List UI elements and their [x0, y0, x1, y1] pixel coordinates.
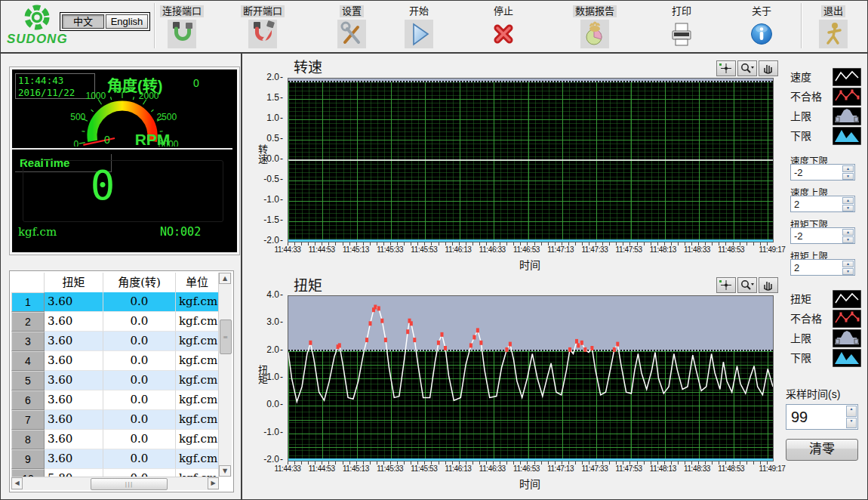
disconnect-port-button[interactable]: 断开端口 [236, 4, 289, 48]
table-row[interactable]: 105.800.0kgf.cm [11, 469, 219, 477]
unit-cell[interactable]: kgf.cm [176, 292, 219, 312]
unit-cell[interactable]: kgf.cm [176, 351, 219, 371]
exit-button[interactable]: 退出 [807, 4, 860, 48]
zoom-tool-button[interactable] [737, 277, 757, 293]
spin-down-icon[interactable]: ▼ [846, 418, 857, 429]
zoom-tool-button[interactable] [737, 60, 757, 76]
row-number-cell[interactable]: 10 [11, 469, 45, 477]
torque-upper-limit-spinner[interactable]: 2 ▲▼ [790, 259, 855, 276]
lower-limit-icon[interactable] [833, 349, 861, 367]
row-number-cell[interactable]: 4 [11, 351, 45, 371]
settings-button[interactable]: 设置 [325, 4, 378, 48]
row-number-cell[interactable]: 8 [11, 430, 45, 449]
spin-up-icon[interactable]: ▲ [842, 229, 854, 236]
spin-down-icon[interactable]: ▼ [842, 205, 854, 211]
spin-down-icon[interactable]: ▼ [842, 173, 854, 180]
scroll-right-button[interactable]: ▶ [208, 477, 219, 489]
spin-up-icon[interactable]: ▲ [842, 261, 854, 267]
angle-cell[interactable]: 0.0 [103, 469, 176, 477]
unit-cell[interactable]: kgf.cm [176, 371, 219, 390]
speed-upper-limit-spinner[interactable]: 2 ▲▼ [790, 196, 855, 212]
cursor-tool-button[interactable] [716, 277, 736, 293]
table-row[interactable]: 13.600.0kgf.cm [11, 292, 219, 312]
table-row[interactable]: 63.600.0kgf.cm [11, 390, 219, 410]
torque-cell[interactable]: 3.60 [45, 449, 103, 469]
unit-cell[interactable]: kgf.cm [176, 410, 219, 430]
angle-cell[interactable]: 0.0 [103, 312, 176, 332]
clear-button[interactable]: 清零 [786, 439, 858, 461]
start-button[interactable]: 开始 [392, 4, 445, 48]
lower-limit-icon[interactable] [833, 127, 861, 145]
horizontal-scrollbar[interactable]: ◀ ||| ▶ [11, 477, 219, 490]
angle-cell[interactable]: 0.0 [103, 292, 176, 312]
table-row[interactable]: 33.600.0kgf.cm [11, 332, 219, 351]
line-fail-icon[interactable] [833, 88, 861, 106]
angle-cell[interactable]: 0.0 [103, 332, 176, 351]
torque-cell[interactable]: 3.60 [45, 312, 103, 332]
english-language-button[interactable]: English [106, 14, 148, 29]
unit-cell[interactable]: kgf.cm [176, 390, 219, 410]
spin-down-icon[interactable]: ▼ [842, 268, 854, 275]
pan-tool-button[interactable] [759, 277, 778, 293]
row-number-cell[interactable]: 7 [11, 410, 45, 430]
table-row[interactable]: 93.600.0kgf.cm [11, 449, 219, 469]
sample-time-input[interactable]: 99 ▲▼ [786, 404, 858, 430]
table-row[interactable]: 43.600.0kgf.cm [11, 351, 219, 371]
spin-up-icon[interactable]: ▲ [842, 197, 854, 204]
row-number-cell[interactable]: 3 [11, 332, 45, 351]
spin-down-icon[interactable]: ▼ [842, 236, 854, 243]
angle-cell[interactable]: 0.0 [103, 410, 176, 430]
unit-cell[interactable]: kgf.cm [176, 332, 219, 351]
torque-cell[interactable]: 3.60 [45, 351, 103, 371]
angle-cell[interactable]: 0.0 [103, 390, 176, 410]
horizontal-scroll-thumb[interactable]: ||| [91, 478, 168, 490]
print-button[interactable]: 打印 [655, 4, 708, 48]
torque-cell[interactable]: 5.80 [45, 469, 103, 477]
angle-cell[interactable]: 0.0 [103, 449, 176, 469]
row-number-cell[interactable]: 2 [11, 312, 45, 332]
about-button[interactable]: 关于 [735, 4, 788, 48]
line-plain-icon[interactable] [833, 290, 861, 308]
torque-cell[interactable]: 3.60 [45, 430, 103, 449]
table-row[interactable]: 83.600.0kgf.cm [11, 430, 219, 449]
unit-cell[interactable]: kgf.cm [176, 449, 219, 469]
data-report-button[interactable]: 数据报告 [568, 4, 621, 48]
angle-cell[interactable]: 0.0 [103, 430, 176, 449]
line-plain-icon[interactable] [833, 68, 861, 86]
unit-cell[interactable]: kgf.cm [176, 430, 219, 449]
torque-cell[interactable]: 3.60 [45, 332, 103, 351]
torque-cell[interactable]: 3.60 [45, 292, 103, 312]
line-fail-icon[interactable] [833, 310, 861, 328]
angle-cell[interactable]: 0.0 [103, 351, 176, 371]
table-row[interactable]: 23.600.0kgf.cm [11, 312, 219, 332]
unit-cell[interactable]: kgf.cm [176, 312, 219, 332]
torque-lower-limit-spinner[interactable]: -2 ▲▼ [790, 227, 855, 244]
speed-lower-limit-spinner[interactable]: -2 ▲▼ [790, 164, 855, 181]
scroll-down-button[interactable]: ▼ [219, 465, 231, 477]
upper-limit-icon[interactable] [833, 107, 861, 125]
chinese-language-button[interactable]: 中文 [62, 14, 104, 29]
pan-tool-button[interactable] [759, 60, 778, 76]
connect-port-button[interactable]: 连接端口 [155, 4, 208, 48]
unit-cell[interactable]: kgf.cm [176, 469, 219, 477]
table-row[interactable]: 53.600.0kgf.cm [11, 371, 219, 390]
upper-limit-icon[interactable] [833, 329, 861, 347]
row-number-cell[interactable]: 6 [11, 390, 45, 410]
torque-graph-plot[interactable] [288, 295, 774, 461]
scroll-up-button[interactable]: ▲ [219, 273, 231, 284]
cursor-tool-button[interactable] [716, 60, 736, 76]
row-number-cell[interactable]: 9 [11, 449, 45, 469]
row-number-cell[interactable]: 5 [11, 371, 45, 390]
torque-cell[interactable]: 3.60 [45, 390, 103, 410]
scroll-left-button[interactable]: ◀ [11, 477, 23, 489]
torque-cell[interactable]: 3.60 [45, 410, 103, 430]
speed-graph-plot[interactable] [288, 78, 774, 242]
spin-up-icon[interactable]: ▲ [846, 406, 857, 417]
vertical-scroll-thumb[interactable]: ≡ [220, 319, 232, 354]
torque-cell[interactable]: 3.60 [45, 371, 103, 390]
vertical-scrollbar[interactable]: ▲ ≡ ▼ [218, 273, 232, 477]
table-row[interactable]: 73.600.0kgf.cm [11, 410, 219, 430]
angle-cell[interactable]: 0.0 [103, 371, 176, 390]
row-number-cell[interactable]: 1 [11, 292, 45, 312]
stop-button[interactable]: 停止 [477, 4, 530, 48]
